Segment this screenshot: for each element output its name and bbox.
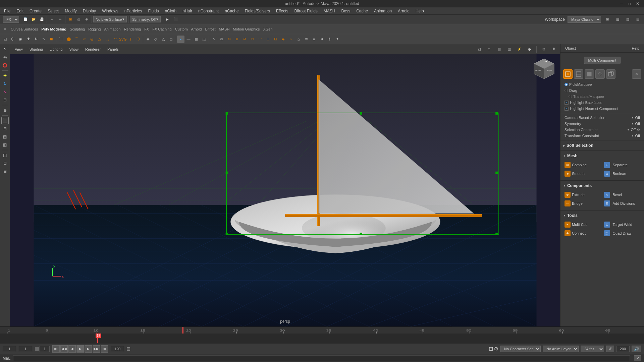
timeline-track[interactable]: 18 — [0, 334, 644, 343]
menu-nhair[interactable]: nHair — [180, 8, 195, 14]
start-frame-input[interactable] — [3, 346, 16, 352]
smooth-tool[interactable]: ◈ Smooth — [563, 170, 602, 178]
paint-tool[interactable]: ◉ — [17, 36, 24, 43]
multicut-icon[interactable]: ✂ — [249, 36, 256, 43]
menu-bifrost[interactable]: Bifrost Fluids — [291, 8, 320, 14]
render-btn[interactable]: ▶ — [164, 16, 171, 23]
edge-shape-btn[interactable] — [574, 69, 583, 79]
close-shape-btn[interactable]: ✕ — [632, 69, 641, 79]
sculpt-icon[interactable]: ⌂ — [295, 36, 302, 43]
drag-radio[interactable] — [565, 89, 568, 92]
universal-manipulator[interactable]: ⊞ — [48, 36, 55, 43]
isolate-btn[interactable]: ◫ — [1, 152, 9, 159]
new-scene-btn[interactable]: 📄 — [22, 16, 29, 23]
frame-sel-btn[interactable]: ⊞ — [1, 168, 9, 175]
prev-frame-btn[interactable]: ◀◀ — [60, 345, 68, 353]
vp-select-mode[interactable]: ◱ — [475, 46, 483, 53]
fps-selector[interactable]: 24 fps — [581, 346, 604, 352]
harden-icon[interactable]: ≡ — [310, 36, 318, 43]
lasso-select-btn[interactable]: ⭕ — [1, 62, 9, 69]
tab-fx[interactable]: FX — [143, 27, 150, 31]
snap-curve-btn[interactable]: ◎ — [75, 16, 82, 23]
svg-icon[interactable]: SVG — [119, 36, 126, 43]
layout-horiz[interactable]: ▤ — [1, 133, 9, 140]
connect-icon[interactable]: ⋯ — [256, 36, 264, 43]
menu-help[interactable]: Help — [413, 8, 427, 14]
separate-tool[interactable]: ⊟ Separate — [603, 161, 642, 169]
vp-menu-renderer[interactable]: Renderer — [83, 47, 103, 52]
multi-component-btn[interactable]: Multi-Component — [584, 57, 621, 64]
triangulate[interactable]: △ — [160, 36, 167, 43]
close-btn[interactable]: ✕ — [634, 1, 641, 6]
step-back-btn[interactable]: ◀ — [68, 345, 76, 353]
sidebar-toggle[interactable]: ≡ — [1, 25, 9, 33]
vp-menu-lighting[interactable]: Lighting — [48, 47, 65, 52]
bridge-icon[interactable]: ⊗ — [233, 36, 240, 43]
cleanup-icon[interactable]: ✦ — [333, 36, 341, 43]
universal-btn[interactable]: ⊞ — [1, 96, 9, 104]
vp-shaded-wireframe[interactable]: ◫ — [505, 46, 513, 53]
connect-tool[interactable]: ⊗ Connect — [563, 229, 602, 237]
menu-display[interactable]: Display — [80, 8, 99, 14]
menu-effects[interactable]: Effects — [273, 8, 291, 14]
insertloop-icon[interactable]: ⊞ — [264, 36, 271, 43]
vp-wireframe[interactable]: □ — [485, 46, 493, 53]
quad-draw-tool[interactable]: ⬚ Quad Draw — [603, 229, 642, 237]
offsetedge-icon[interactable]: ⊡ — [272, 36, 279, 43]
face-mode[interactable]: ▦ — [193, 36, 200, 43]
helix-icon[interactable]: 〜 — [111, 36, 119, 43]
tab-mash[interactable]: MASH — [218, 27, 231, 31]
menu-ncloth[interactable]: nCloth — [162, 8, 179, 14]
menu-edit[interactable]: Edit — [14, 8, 26, 14]
frame-all-btn[interactable]: ⊡ — [1, 160, 9, 167]
minimize-btn[interactable]: ─ — [618, 1, 625, 6]
vertex-mode[interactable]: • — [177, 36, 184, 43]
vertex-shape-btn[interactable] — [563, 69, 573, 79]
go-end-btn[interactable]: ⏭ — [101, 345, 108, 353]
torus-icon[interactable]: ◎ — [88, 36, 96, 43]
tab-sculpting[interactable]: Sculpting — [68, 27, 86, 31]
menu-cache[interactable]: Cache — [354, 8, 371, 14]
combine-tool[interactable]: ⊞ Combine — [563, 161, 602, 169]
mesh-header[interactable]: ▼ Mesh — [560, 152, 644, 160]
play-btn[interactable]: ▶ — [76, 345, 84, 353]
extrude-icon[interactable]: ⊕ — [225, 36, 233, 43]
average-icon[interactable]: ⊹ — [326, 36, 333, 43]
bridge-tool[interactable]: ⋯ Bridge — [563, 199, 602, 207]
redo-btn[interactable]: ↪ — [56, 16, 64, 23]
menu-ncache[interactable]: nCache — [222, 8, 241, 14]
timeline-ruler[interactable]: 1 5 10 15 20 25 30 35 40 45 50 — [0, 327, 644, 334]
unsmooth[interactable]: ◇ — [152, 36, 159, 43]
cube-shape-btn[interactable] — [606, 69, 615, 79]
boolean-tool[interactable]: ⊘ Boolean — [603, 170, 642, 178]
duplicate-tool[interactable]: ⧉ — [218, 36, 225, 43]
menu-arnold[interactable]: Arnold — [395, 8, 412, 14]
menu-select[interactable]: Select — [45, 8, 61, 14]
lasso-tool[interactable]: ⬡ — [9, 36, 16, 43]
layout-btn3[interactable]: ▥ — [624, 16, 631, 23]
layout-btn1[interactable]: ⊞ — [604, 16, 611, 23]
end-frame-input[interactable] — [111, 346, 124, 352]
move-tool[interactable]: ✚ — [24, 36, 32, 43]
tab-rigging[interactable]: Rigging — [87, 27, 102, 31]
quadrangulate[interactable]: □ — [167, 36, 175, 43]
volume-btn[interactable]: 🔊 — [632, 346, 641, 352]
sphere-icon[interactable]: ⬤ — [65, 36, 72, 43]
menu-modify[interactable]: Modify — [62, 8, 79, 14]
bevel-icon[interactable]: ⊘ — [241, 36, 248, 43]
tab-xgen[interactable]: XGen — [262, 27, 274, 31]
rotate-tool[interactable]: ↻ — [32, 36, 40, 43]
menu-create[interactable]: Create — [27, 8, 44, 14]
layout-single[interactable]: ⬛ — [1, 117, 9, 124]
snap-point-btn[interactable]: ⊕ — [83, 16, 90, 23]
tab-motiongraphics[interactable]: Motion Graphics — [231, 27, 261, 31]
platonic-icon[interactable]: ⬡ — [135, 36, 142, 43]
pipe-icon[interactable]: ⬚ — [104, 36, 111, 43]
layout-btn4[interactable]: ▤ — [634, 16, 641, 23]
components-header[interactable]: ▼ Components — [560, 182, 644, 189]
current-frame-input[interactable] — [19, 346, 32, 352]
rotate-btn[interactable]: ↻ — [1, 80, 9, 87]
character-set-selector[interactable]: No Character Set — [500, 346, 541, 352]
extrude-tool[interactable]: ⊕ Extrude — [563, 191, 602, 199]
cube-icon[interactable]: ⬛ — [57, 36, 65, 43]
